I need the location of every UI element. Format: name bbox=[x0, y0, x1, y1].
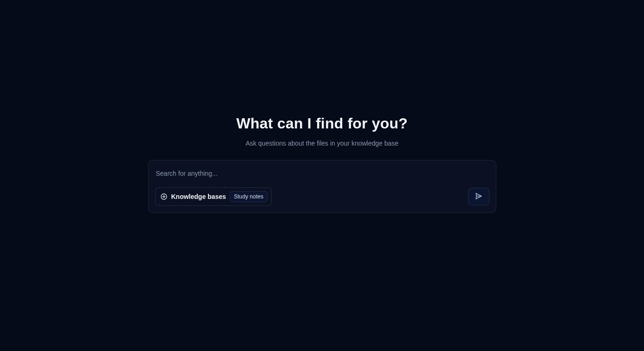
search-card: Knowledge bases Study notes bbox=[148, 160, 496, 213]
send-button[interactable] bbox=[468, 188, 489, 205]
page-root: What can I find for you? Ask questions a… bbox=[0, 0, 644, 351]
send-icon bbox=[475, 192, 483, 202]
page-title: What can I find for you? bbox=[236, 115, 408, 132]
knowledge-base-chip: Study notes bbox=[230, 191, 267, 202]
hero: What can I find for you? Ask questions a… bbox=[236, 115, 408, 147]
search-input[interactable] bbox=[155, 167, 489, 182]
search-footer: Knowledge bases Study notes bbox=[155, 187, 489, 206]
plus-circle-icon bbox=[160, 193, 168, 200]
knowledge-bases-label: Knowledge bases bbox=[171, 193, 226, 200]
page-subtitle: Ask questions about the files in your kn… bbox=[236, 140, 408, 147]
knowledge-bases-button[interactable]: Knowledge bases Study notes bbox=[155, 187, 272, 206]
